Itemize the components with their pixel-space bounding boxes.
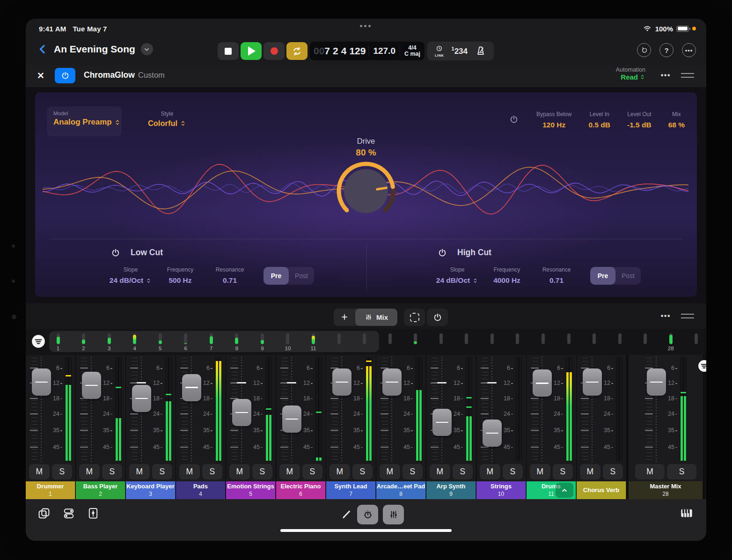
mute-button[interactable]: M bbox=[530, 464, 550, 479]
high-cut-power-icon[interactable] bbox=[438, 248, 447, 258]
automation-mode-selector[interactable]: Read bbox=[616, 73, 645, 81]
low-cut-resonance[interactable]: Resonance 0.71 bbox=[208, 266, 251, 285]
help-button[interactable]: ? bbox=[659, 43, 673, 57]
mute-button[interactable]: M bbox=[580, 464, 600, 479]
fader-panel-icon[interactable] bbox=[87, 507, 100, 520]
solo-button[interactable]: S bbox=[553, 464, 573, 479]
low-cut-frequency[interactable]: Frequency 500 Hz bbox=[159, 266, 202, 285]
track-label[interactable]: Chorus Verb bbox=[577, 481, 626, 499]
solo-button[interactable]: S bbox=[202, 464, 223, 479]
metronome-icon[interactable] bbox=[475, 45, 486, 57]
level-out-param[interactable]: Level Out -1.5 dB bbox=[627, 111, 651, 129]
section-power-icon[interactable] bbox=[509, 115, 519, 124]
low-cut-slope[interactable]: Slope 24 dB/Oct bbox=[109, 266, 152, 285]
fader-cap[interactable] bbox=[82, 372, 101, 399]
ruler-meter[interactable] bbox=[410, 333, 421, 352]
collapse-stack-button[interactable] bbox=[556, 483, 573, 498]
plugin-resize-handle[interactable] bbox=[681, 73, 694, 78]
filter-tracks-button[interactable] bbox=[31, 334, 45, 348]
cycle-button[interactable] bbox=[286, 42, 307, 60]
solo-button[interactable]: S bbox=[52, 464, 73, 479]
mute-button[interactable]: M bbox=[229, 464, 250, 479]
plugin-preset[interactable]: Custom bbox=[138, 71, 165, 80]
track-label[interactable]: Strings10 bbox=[476, 481, 526, 499]
ruler-meter-9[interactable]: 9 bbox=[256, 333, 268, 352]
keyboard-icon[interactable] bbox=[679, 507, 694, 520]
ruler-meter[interactable] bbox=[435, 333, 447, 352]
fader-cap[interactable] bbox=[332, 368, 351, 396]
mute-button[interactable]: M bbox=[380, 464, 400, 479]
mute-button[interactable]: M bbox=[129, 464, 150, 479]
mute-button[interactable]: M bbox=[480, 464, 500, 479]
high-cut-resonance[interactable]: Resonance 0.71 bbox=[535, 266, 578, 285]
mixer-more-button[interactable]: ••• bbox=[661, 312, 671, 320]
bypass-below-param[interactable]: Bypass Below 120 Hz bbox=[536, 111, 571, 129]
solo-button[interactable]: S bbox=[667, 464, 696, 479]
fader-cap[interactable] bbox=[583, 368, 602, 396]
mix-param[interactable]: Mix 68 % bbox=[668, 111, 685, 129]
solo-button[interactable]: S bbox=[503, 464, 523, 479]
fader-cap[interactable] bbox=[182, 374, 201, 401]
high-cut-slope[interactable]: Slope 24 dB/Oct bbox=[436, 266, 479, 285]
record-button[interactable] bbox=[264, 42, 285, 60]
model-selector[interactable]: Model Analog Preamp bbox=[47, 106, 122, 136]
pre-segment[interactable]: Pre bbox=[590, 267, 615, 285]
fader-cap[interactable] bbox=[533, 369, 552, 397]
fader-cap[interactable] bbox=[382, 368, 402, 396]
ruler-meter-3[interactable]: 3 bbox=[103, 333, 115, 352]
mute-button[interactable]: M bbox=[635, 464, 665, 479]
home-indicator[interactable] bbox=[280, 529, 452, 532]
lcd-display[interactable]: 00724129 127.0 4/4 C maj bbox=[310, 42, 425, 60]
solo-button[interactable]: S bbox=[152, 464, 173, 479]
track-label[interactable]: Synth Lead7 bbox=[326, 481, 376, 499]
track-label[interactable]: Drums11 bbox=[527, 481, 576, 499]
ruler-meter[interactable] bbox=[384, 333, 395, 352]
ruler-meter[interactable] bbox=[691, 333, 702, 352]
fader-cap[interactable] bbox=[647, 368, 666, 396]
multiselect-button[interactable] bbox=[404, 309, 425, 326]
track-label[interactable]: Pads4 bbox=[176, 481, 226, 499]
mute-button[interactable]: M bbox=[430, 464, 450, 479]
style-selector[interactable]: Style Colorful bbox=[139, 111, 195, 128]
track-label[interactable]: Master Mix28 bbox=[629, 481, 703, 499]
track-label[interactable]: Electric Piano6 bbox=[276, 481, 326, 499]
level-in-param[interactable]: Level In 0.5 dB bbox=[588, 111, 610, 129]
plugin-more-button[interactable]: ••• bbox=[661, 71, 671, 80]
solo-button[interactable]: S bbox=[352, 464, 373, 479]
ruler-meter[interactable] bbox=[461, 333, 472, 352]
play-button[interactable] bbox=[241, 42, 262, 60]
mute-button[interactable]: M bbox=[79, 464, 100, 479]
sliders-view-button[interactable] bbox=[383, 505, 404, 524]
undo-button[interactable] bbox=[637, 43, 651, 57]
ruler-meter[interactable] bbox=[563, 333, 574, 352]
low-cut-prepost-toggle[interactable]: Pre Post bbox=[264, 267, 314, 285]
knob-view-button[interactable] bbox=[357, 505, 378, 524]
loop-browser-icon[interactable] bbox=[37, 507, 51, 521]
ruler-meter-7[interactable]: 7 bbox=[205, 333, 217, 352]
high-cut-prepost-toggle[interactable]: Pre Post bbox=[590, 267, 641, 285]
track-label[interactable]: Arp Synth9 bbox=[426, 481, 476, 499]
mute-button[interactable]: M bbox=[329, 464, 350, 479]
add-track-button[interactable]: + bbox=[334, 309, 355, 326]
ruler-meter-6[interactable]: 6 bbox=[180, 333, 191, 352]
solo-button[interactable]: S bbox=[102, 464, 123, 479]
count-in-button[interactable]: 1234 bbox=[452, 46, 468, 56]
ruler-meter[interactable] bbox=[359, 333, 370, 352]
mute-button[interactable]: M bbox=[29, 464, 50, 479]
back-chevron-icon[interactable] bbox=[37, 44, 48, 55]
low-cut-power-icon[interactable] bbox=[111, 248, 120, 258]
link-button[interactable]: LINK bbox=[435, 44, 444, 58]
solo-button[interactable]: S bbox=[252, 464, 273, 479]
high-cut-frequency[interactable]: Frequency 4000 Hz bbox=[485, 266, 528, 285]
ruler-meter[interactable] bbox=[333, 333, 344, 352]
controls-toggles-icon[interactable] bbox=[62, 507, 75, 520]
close-plugin-button[interactable]: ✕ bbox=[37, 70, 44, 81]
song-menu-button[interactable] bbox=[141, 43, 153, 55]
mute-button[interactable]: M bbox=[179, 464, 200, 479]
stop-button[interactable] bbox=[218, 42, 239, 60]
more-button[interactable]: ••• bbox=[682, 43, 696, 57]
fader-cap[interactable] bbox=[483, 420, 502, 447]
ruler-meter[interactable] bbox=[614, 333, 625, 352]
ruler-meter-8[interactable]: 8 bbox=[231, 333, 242, 352]
ruler-meter[interactable] bbox=[589, 333, 600, 352]
